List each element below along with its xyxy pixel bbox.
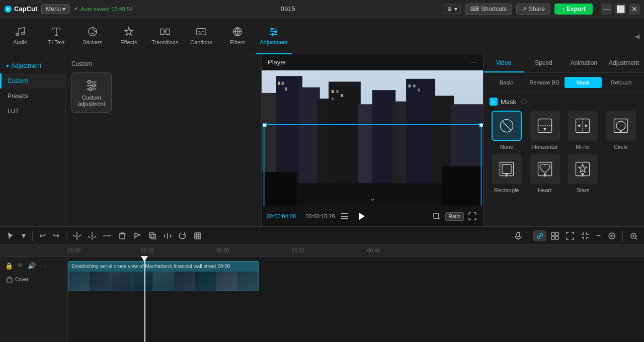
monitor-icon: 🖥 — [446, 6, 452, 13]
svg-rect-33 — [332, 98, 334, 101]
subtab-retouch[interactable]: Retouch — [603, 77, 640, 88]
tool-filters[interactable]: Filters — [219, 18, 256, 54]
subtab-mask[interactable]: Mask — [565, 77, 602, 88]
fit-button[interactable] — [564, 230, 577, 241]
split-v-button[interactable] — [86, 230, 99, 241]
mask-icon-horizontal — [530, 111, 560, 141]
mask-item-rectangle[interactable]: Rectangle — [490, 154, 524, 193]
right-panel: Video Speed Animation Adjustment Basic R… — [483, 54, 644, 226]
svg-rect-84 — [555, 236, 558, 239]
mask-item-heart[interactable]: Heart — [528, 154, 562, 193]
collapse-toolbar-button[interactable]: ◀ — [632, 18, 642, 54]
zoom-fit-button[interactable] — [627, 230, 640, 241]
track-icon-lock[interactable]: 🔒 — [4, 261, 14, 271]
flip-button[interactable] — [161, 230, 174, 241]
transform-button[interactable] — [191, 230, 204, 241]
mask-checkbox[interactable]: ✓ — [490, 98, 498, 106]
monitor-chevron-icon: ▾ — [454, 6, 457, 13]
subtab-remove-bg[interactable]: Remove BG — [526, 77, 563, 88]
redo-button[interactable]: ↪ — [50, 229, 62, 242]
mask-item-stars[interactable]: Stars — [566, 154, 600, 193]
mask-item-circle[interactable]: Circle — [604, 111, 638, 150]
nav-item-presets[interactable]: Presets — [0, 89, 65, 104]
list-view-button[interactable] — [339, 211, 350, 222]
tool-text[interactable]: TI Text — [38, 18, 74, 54]
total-time: 00:00:15:20 — [305, 213, 335, 219]
zoom-out-button[interactable]: − — [594, 230, 603, 242]
split-button[interactable] — [70, 230, 84, 241]
tool-effects[interactable]: Effects — [111, 18, 147, 54]
monitor-button[interactable]: 🖥 ▾ — [443, 4, 461, 14]
svg-point-60 — [616, 121, 625, 130]
thumb-4 — [132, 272, 153, 291]
share-button[interactable]: ↗ Share — [516, 4, 550, 15]
tool-audio[interactable]: Audio — [2, 18, 38, 54]
mask-item-mirror[interactable]: Mirror — [566, 111, 600, 150]
chevron-down-icon: ▾ — [62, 6, 65, 13]
split-h-button[interactable] — [101, 230, 114, 241]
mask-info-icon[interactable]: ⓘ — [521, 98, 527, 106]
tab-speed[interactable]: Speed — [524, 54, 564, 72]
ratio-button[interactable]: Ratio — [445, 212, 464, 221]
mask-icon-stars — [568, 154, 598, 184]
player-bottom: 00:00:04:08 00:00:15:20 Ratio — [262, 206, 483, 226]
add-media-button[interactable] — [605, 230, 618, 241]
export-button[interactable]: ↑ Export — [554, 4, 593, 15]
nav-item-lut[interactable]: LUT — [0, 104, 65, 119]
svg-point-2 — [22, 32, 25, 34]
ruler-mark-3: 00:30 — [292, 248, 304, 253]
tool-stickers[interactable]: Stickers — [74, 18, 111, 54]
flag-button[interactable] — [131, 230, 144, 241]
delete-button[interactable] — [116, 230, 129, 241]
track-icon-audio[interactable]: 🔊 — [27, 261, 37, 271]
player-collapse-icon[interactable]: ⌄ — [369, 193, 376, 203]
mask-item-horizontal[interactable]: Horizontal — [528, 111, 562, 150]
video-clip[interactable]: Establishing aerial drone view of Manhat… — [68, 261, 259, 291]
maximize-button[interactable]: ⬜ — [615, 4, 626, 15]
tool-adjustment[interactable]: Adjustment — [256, 18, 292, 54]
shrink-button[interactable] — [579, 230, 592, 241]
subtab-basic[interactable]: Basic — [488, 77, 525, 88]
svg-rect-5 — [166, 29, 170, 34]
svg-rect-47 — [341, 218, 348, 219]
svg-point-9 — [271, 28, 273, 30]
svg-point-13 — [93, 84, 96, 87]
rotate-button[interactable] — [176, 230, 189, 241]
tab-adjustment[interactable]: Adjustment — [604, 54, 644, 72]
window-controls: — ⬜ ✕ — [601, 4, 640, 15]
nav-item-custom[interactable]: Custom — [0, 73, 65, 89]
undo-button[interactable]: ↩ — [37, 229, 48, 242]
select-tool-button[interactable] — [4, 230, 17, 241]
tool-transitions[interactable]: Transitions — [147, 18, 183, 54]
mic-button[interactable] — [512, 230, 525, 241]
custom-adjustment-item[interactable]: Custom adjustment — [71, 72, 112, 113]
tab-animation[interactable]: Animation — [564, 54, 604, 72]
play-button[interactable] — [354, 209, 368, 223]
share-icon: ↗ — [522, 6, 527, 13]
svg-line-51 — [502, 121, 511, 130]
menu-button[interactable]: Menu ▾ — [41, 4, 70, 14]
tab-video[interactable]: Video — [484, 54, 524, 72]
svg-rect-63 — [502, 164, 511, 174]
crop-tl-button[interactable] — [146, 230, 159, 241]
link-active-button[interactable] — [533, 230, 546, 241]
select-chevron-button[interactable]: ▾ — [19, 229, 28, 242]
crop-button[interactable] — [431, 211, 442, 222]
svg-rect-45 — [341, 213, 348, 214]
player-menu-button[interactable]: ⋯ — [471, 59, 477, 66]
track-icon-more[interactable]: ⋯ — [39, 261, 47, 271]
tool-captions[interactable]: Captions — [183, 18, 219, 54]
minimize-button[interactable]: — — [601, 4, 612, 15]
shortcuts-button[interactable]: ⌨ Shortcuts — [465, 4, 512, 15]
mask-icon-none — [492, 111, 522, 141]
right-tabs: Video Speed Animation Adjustment — [484, 54, 644, 73]
timeline-main[interactable]: 00:00 00:10 00:20 00:30 00:40 Establishi… — [68, 245, 644, 342]
svg-rect-77 — [149, 233, 154, 237]
group-button[interactable] — [548, 230, 561, 241]
mask-icon-circle — [606, 111, 636, 141]
fullscreen-button[interactable] — [467, 211, 478, 222]
mask-label-mirror: Mirror — [576, 144, 590, 150]
mask-item-none[interactable]: None — [490, 111, 524, 150]
close-button[interactable]: ✕ — [629, 4, 640, 15]
track-icon-eye[interactable]: 👁 — [16, 261, 25, 271]
